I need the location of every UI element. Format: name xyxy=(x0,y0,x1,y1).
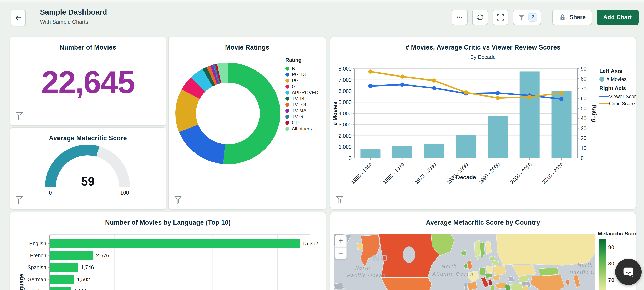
svg-text:2010 - 2020: 2010 - 2020 xyxy=(541,161,565,185)
filter-count-badge: 2 xyxy=(528,13,537,22)
map-legend-title: Metacritic Score xyxy=(598,231,636,237)
legend-swatch xyxy=(600,96,608,97)
map-color-scale xyxy=(598,239,606,290)
map-zoom-in-button[interactable]: + xyxy=(335,235,346,247)
map-zoom-out-button[interactable]: − xyxy=(335,247,346,259)
svg-text:3,000: 3,000 xyxy=(338,122,352,128)
card-filter-icon[interactable] xyxy=(336,196,344,204)
legend-item[interactable]: TV-PG xyxy=(285,102,325,108)
legend-swatch xyxy=(600,77,604,82)
fullscreen-icon xyxy=(496,13,505,22)
legend-item[interactable]: TV-14 xyxy=(285,96,325,101)
dashboard-header: Sample Dashboard With Sample Charts xyxy=(0,0,644,37)
svg-text:1980 - 1990: 1980 - 1990 xyxy=(445,161,469,185)
legend-item[interactable]: APPROVED xyxy=(285,90,325,95)
fullscreen-button[interactable] xyxy=(492,9,508,25)
header-toolbar: 2 Share Add Chart xyxy=(452,9,638,25)
legend-swatch xyxy=(285,85,289,89)
legend-swatch xyxy=(285,109,289,113)
legend-label: PG-13 xyxy=(292,72,306,77)
legend-label: TV-PG xyxy=(292,102,306,108)
map-scale-tick: 80 xyxy=(608,261,614,267)
svg-text:90: 90 xyxy=(581,66,586,72)
svg-text:1990 - 2000: 1990 - 2000 xyxy=(477,161,501,185)
legend-item[interactable]: TV-G xyxy=(285,114,325,120)
chat-launcher-button[interactable] xyxy=(615,259,642,285)
legend-label: All others xyxy=(292,126,312,132)
svg-text:Decade: Decade xyxy=(456,174,476,181)
legend-label: R xyxy=(292,66,295,71)
combo-bar-line-chart[interactable]: 01,0002,0003,0004,0005,0006,0007,0008,00… xyxy=(330,37,636,209)
dashboard-subtitle: With Sample Charts xyxy=(40,19,88,25)
card-filter-icon[interactable] xyxy=(16,196,23,204)
svg-text:German: German xyxy=(28,277,46,282)
svg-text:0: 0 xyxy=(349,155,352,161)
svg-text:80: 80 xyxy=(581,76,586,81)
legend-item[interactable]: TV-MA xyxy=(285,108,325,114)
back-button[interactable] xyxy=(11,9,26,26)
legend-label: PG xyxy=(292,78,299,83)
more-options-button[interactable] xyxy=(452,9,468,25)
languages-bar-card: Number of Movies by Language (Top 10) En… xyxy=(10,212,326,290)
legend-item[interactable]: PG-13 xyxy=(285,72,325,77)
legend-label: GP xyxy=(292,120,299,126)
back-arrow-icon xyxy=(14,14,22,22)
share-button[interactable]: Share xyxy=(552,9,592,25)
svg-text:Pacific Ocean: Pacific Ocean xyxy=(570,270,595,275)
svg-text:7,000: 7,000 xyxy=(338,77,352,83)
svg-text:6,000: 6,000 xyxy=(338,88,352,94)
legend-label: # Movies xyxy=(606,76,626,82)
legend-swatch xyxy=(285,103,289,107)
legend-left-axis-header: Left Axis xyxy=(600,68,635,74)
legend-label: TV-MA xyxy=(292,108,306,114)
refresh-button[interactable] xyxy=(472,9,488,25)
legend-swatch xyxy=(285,67,289,70)
legend-item-movies[interactable]: # Movies xyxy=(600,76,635,82)
legend-swatch xyxy=(600,103,608,104)
svg-text:2,000: 2,000 xyxy=(338,133,352,139)
svg-text:8,000: 8,000 xyxy=(338,66,352,72)
svg-text:15,352: 15,352 xyxy=(302,241,318,246)
languages-bar-chart[interactable]: English15,352French2,676Spanish1,746Germ… xyxy=(10,212,325,290)
svg-text:1950 - 1960: 1950 - 1960 xyxy=(350,161,374,185)
card-title: Average Metacritic Score by Country xyxy=(330,219,636,226)
legend-title: Rating xyxy=(285,57,325,63)
refresh-icon xyxy=(476,13,484,22)
legend-item[interactable]: G xyxy=(285,84,325,89)
svg-text:5,000: 5,000 xyxy=(338,99,352,105)
gauge-chart[interactable] xyxy=(10,128,166,209)
legend-swatch xyxy=(285,115,289,119)
card-filter-icon[interactable] xyxy=(16,111,23,120)
donut-legend: Rating RPG-13PGGAPPROVEDTV-14TV-PGTV-MAT… xyxy=(285,57,325,132)
filter-button[interactable]: 2 xyxy=(513,9,541,25)
kpi-value: 22,645 xyxy=(10,64,166,100)
share-label: Share xyxy=(570,14,586,20)
legend-item[interactable]: All others xyxy=(285,126,325,132)
ellipsis-icon xyxy=(455,13,464,22)
legend-item[interactable]: PG xyxy=(285,78,325,83)
map-scale-tick: 90 xyxy=(608,244,614,251)
svg-text:North: North xyxy=(355,265,370,271)
gauge-min-label: 0 xyxy=(42,190,59,196)
svg-text:70: 70 xyxy=(581,86,586,91)
svg-text:10: 10 xyxy=(581,145,586,151)
gauge-card-average-metacritic-score: Average Metacritic Score 59 0 100 xyxy=(10,127,166,210)
svg-text:60: 60 xyxy=(581,95,586,101)
legend-label: TV-G xyxy=(292,114,303,120)
svg-text:Atlantic Ocean: Atlantic Ocean xyxy=(432,271,474,277)
add-chart-button[interactable]: Add Chart xyxy=(596,9,638,25)
card-filter-icon[interactable] xyxy=(174,196,182,204)
legend-item-critic-score[interactable]: Critic Score xyxy=(600,101,635,106)
gauge-max-label: 100 xyxy=(116,190,133,196)
svg-text:1,502: 1,502 xyxy=(77,277,90,282)
world-map[interactable]: NONorthPacific OceanNorthAtlantic OceanN… xyxy=(334,234,595,290)
legend-item-viewer-score[interactable]: Viewer Score xyxy=(600,94,635,99)
chat-bubble-icon xyxy=(621,265,636,279)
svg-text:# Movies: # Movies xyxy=(332,101,338,125)
legend-swatch xyxy=(285,127,289,131)
svg-text:NO: NO xyxy=(373,253,389,263)
legend-item[interactable]: GP xyxy=(285,120,325,126)
svg-text:1,308: 1,308 xyxy=(74,288,87,290)
donut-card-movie-ratings: Movie Ratings Rating RPG-13PGGAPPROVEDTV… xyxy=(168,37,326,210)
legend-item[interactable]: R xyxy=(285,65,325,71)
